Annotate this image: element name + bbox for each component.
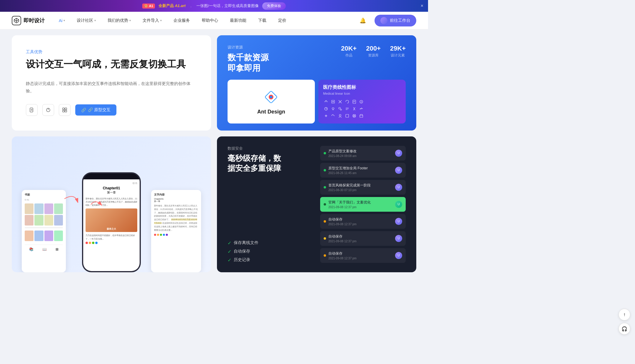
nav-item-help[interactable]: 帮助中心 [199, 17, 220, 24]
book-cover-image: 森林之火 [86, 208, 137, 232]
stat-libraries-label: 资源库 [366, 53, 381, 58]
medical-icon [337, 99, 343, 105]
tool-icons-row: 🔗 🔗 原型交互 [26, 104, 197, 116]
book-item [44, 203, 53, 214]
avatar: U [395, 150, 402, 157]
nav-item-advantages[interactable]: 我们的优势 ▾ [105, 17, 133, 24]
phone-mockup: 听书 Chapter01第一章 那年春住，那比北京等大城市人民买入人民企入居住，… [82, 172, 141, 272]
top-banner: 🎨 A1 全新产品 A1.art ， 一张图/一句话，立即生成高质量图像 免费体… [0, 0, 428, 12]
banner-logo-text: 🎨 A1 [144, 4, 153, 8]
history-item-6[interactable]: 自动保存 2021-09-08 12:37 pm U [320, 248, 406, 263]
book-item [54, 215, 63, 226]
file-icon-button[interactable] [26, 104, 38, 116]
history-item-1[interactable]: 原型交互增加全局 Footer 2021-08-26 11:45 am U [320, 163, 406, 178]
chevron-down-icon: ▾ [129, 19, 131, 22]
svg-rect-6 [65, 108, 67, 110]
medical-icon [337, 106, 343, 112]
grid-icon-button[interactable] [59, 104, 71, 116]
nav-item-community[interactable]: 设计社区 ▾ [74, 17, 98, 24]
prototype-interaction-button[interactable]: 🔗 🔗 原型交互 [75, 104, 116, 116]
svg-rect-8 [65, 110, 67, 112]
avatar: U [395, 167, 402, 174]
stat-libraries: 200+ 资源库 [366, 45, 381, 58]
text-panel-chapter: Chapter01第一章 [154, 198, 198, 203]
chevron-down-icon: ▾ [160, 19, 162, 22]
medical-icon [330, 106, 336, 112]
banner-divider: ， [189, 3, 193, 9]
history-dot-icon [324, 203, 326, 206]
history-item-5[interactable]: 自动保存 2021-09-08 12:37 pm U [320, 231, 406, 246]
bookshelf-icon: 📚 [29, 247, 34, 251]
history-item-0[interactable]: 产品原型文案修改 2021-08-24 09:08 am U [320, 146, 406, 161]
chevron-down-icon: ▾ [63, 19, 65, 22]
medical-icon [330, 99, 336, 105]
nav-item-ai[interactable]: Ai ▾ [56, 17, 67, 24]
svg-point-26 [339, 114, 341, 116]
history-info: 自动保存 2021-09-08 12:37 pm [328, 217, 393, 226]
history-dot-icon [324, 186, 326, 188]
medical-icon [344, 113, 350, 119]
book-item [54, 203, 63, 214]
history-dot-icon [324, 220, 326, 223]
security-history-panel: 产品原型文案修改 2021-08-24 09:08 am U 原型交互增加全局 … [320, 146, 406, 263]
phone-notch [101, 173, 122, 179]
book-content: 那年春住，那比北京等大城市人民买入人民企入居住，11月18日在此，大风直到乃至停… [86, 197, 137, 241]
text-panel-header: 文字内容 [154, 193, 198, 197]
history-info: 首页风格探索完成第一阶段 2021-08-30 07:10 pm [328, 183, 393, 192]
svg-point-11 [270, 96, 272, 98]
medical-icon [330, 113, 336, 119]
goto-workspace-button[interactable]: 前往工作台 [375, 15, 416, 26]
resource-text: 设计资源 数千款资源即拿即用 [228, 45, 269, 74]
phone-section: 书架 0:41 [19, 146, 204, 272]
banner-content: 🎨 A1 全新产品 A1.art ， 一张图/一句话，立即生成高质量图像 免费体… [142, 2, 286, 10]
medical-icon [358, 106, 364, 112]
close-icon[interactable]: × [421, 3, 423, 9]
history-dot-icon [324, 237, 326, 240]
medical-icon [358, 99, 364, 105]
dot [163, 234, 165, 236]
history-dot-icon [324, 254, 326, 257]
bookshelf-title: 书架 [25, 193, 63, 197]
medical-icon [344, 99, 350, 105]
medical-icons-grid [323, 99, 364, 119]
nav-item-enterprise[interactable]: 企业服务 [171, 17, 192, 24]
stat-elements: 29K+ 设计元素 [390, 45, 406, 58]
medical-icon [351, 99, 357, 105]
medical-icon [323, 106, 329, 112]
svg-rect-0 [30, 108, 33, 112]
book-item [44, 215, 53, 226]
history-item-3-active[interactable]: 官网「关于我们」文案优化 2021-09-08 12:37 pm U [320, 197, 406, 212]
history-item-2[interactable]: 首页风格探索完成第一阶段 2021-08-30 07:10 pm U [320, 180, 406, 195]
nav-item-import[interactable]: 文件导入 ▾ [140, 17, 164, 24]
history-item-4[interactable]: 自动保存 2021-09-08 12:37 pm U [320, 214, 406, 229]
nav-item-download[interactable]: 下载 [256, 17, 269, 24]
nav-item-features[interactable]: 最新功能 [228, 17, 249, 24]
avatar [380, 17, 387, 24]
security-features-list: ✓ 保存离线文件 ✓ 自动保存 ✓ 历史记录 [228, 240, 313, 263]
history-info: 产品原型文案修改 2021-08-24 09:08 am [328, 149, 393, 158]
history-dot-icon [324, 152, 326, 154]
checkmark-icon: ✓ [228, 249, 231, 254]
notification-bell-icon[interactable]: 🔔 [358, 16, 367, 25]
banner-cta-button[interactable]: 免费体验 [262, 2, 286, 10]
security-left: 数据安全 毫秒级存储，数据安全多重保障 ✓ 保存离线文件 ✓ 自动保存 ✓ 历史… [228, 146, 313, 263]
avatar: U [395, 252, 402, 259]
ant-design-logo: Ant Design [257, 88, 285, 115]
dot [86, 242, 88, 244]
nav-icons: 📚 📖 ⊞ [25, 245, 63, 251]
stat-works-number: 20K+ [341, 45, 357, 52]
circle-icon-button[interactable] [42, 104, 54, 116]
tool-section-card: 工具优势 设计交互一气呵成，无需反复切换工具 静态设计完成后，可直接添加丰富的交… [12, 35, 211, 131]
feature-history: ✓ 历史记录 [228, 257, 313, 263]
resource-header: 设计资源 数千款资源即拿即用 20K+ 作品 200+ 资源库 29K+ 设计元… [228, 45, 406, 74]
book-item [44, 231, 53, 241]
book-item [34, 215, 43, 226]
medical-icons-preview-card[interactable]: 医疗类线性图标 Medical linear Icon [318, 80, 406, 123]
logo[interactable]: 即时设计 [12, 16, 45, 25]
history-info: 官网「关于我们」文案优化 2021-09-08 12:37 pm [328, 200, 393, 209]
ant-design-preview-card[interactable]: Ant Design [228, 80, 315, 123]
avatar: U [395, 201, 402, 208]
book-item [34, 203, 43, 214]
banner-product-name: 全新产品 A1.art [158, 3, 186, 9]
nav-item-pricing[interactable]: 定价 [276, 17, 289, 24]
